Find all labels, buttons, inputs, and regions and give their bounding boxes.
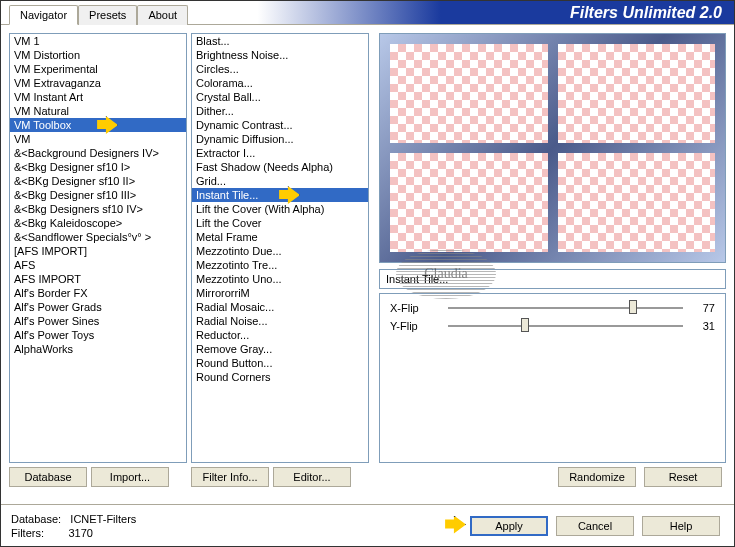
filter-item[interactable]: Dynamic Diffusion... bbox=[192, 132, 368, 146]
filter-item[interactable]: Colorama... bbox=[192, 76, 368, 90]
category-item[interactable]: &<Background Designers IV> bbox=[10, 146, 186, 160]
filter-listbox[interactable]: Blast...Brightness Noise...Circles...Col… bbox=[191, 33, 369, 463]
slider-label: X-Flip bbox=[390, 302, 440, 314]
category-item[interactable]: VM Toolbox bbox=[10, 118, 186, 132]
slider-track[interactable] bbox=[448, 307, 683, 309]
category-item[interactable]: &<Bkg Designers sf10 IV> bbox=[10, 202, 186, 216]
sliders-panel: X-Flip77Y-Flip31 bbox=[379, 293, 726, 463]
category-item[interactable]: AFS IMPORT bbox=[10, 272, 186, 286]
filter-item[interactable]: Remove Gray... bbox=[192, 342, 368, 356]
category-item[interactable]: Alf's Border FX bbox=[10, 286, 186, 300]
tab-about[interactable]: About bbox=[137, 5, 188, 25]
slider-thumb[interactable] bbox=[521, 318, 529, 332]
database-button[interactable]: Database bbox=[9, 467, 87, 487]
filter-item[interactable]: Blast... bbox=[192, 34, 368, 48]
header: Navigator Presets About Filters Unlimite… bbox=[1, 1, 734, 25]
app-title: Filters Unlimited 2.0 bbox=[570, 4, 734, 24]
import-button[interactable]: Import... bbox=[91, 467, 169, 487]
preview-tile bbox=[558, 44, 716, 143]
filter-item[interactable]: Extractor I... bbox=[192, 146, 368, 160]
category-item[interactable]: &<Sandflower Specials°v° > bbox=[10, 230, 186, 244]
main-panel: VM 1VM DistortionVM ExperimentalVM Extra… bbox=[1, 25, 734, 495]
filter-item[interactable]: Metal Frame bbox=[192, 230, 368, 244]
filter-item[interactable]: Brightness Noise... bbox=[192, 48, 368, 62]
filter-item[interactable]: Lift the Cover bbox=[192, 216, 368, 230]
footer: Database: ICNET-Filters Filters: 3170 Ap… bbox=[1, 504, 734, 546]
category-item[interactable]: [AFS IMPORT] bbox=[10, 244, 186, 258]
slider-value: 31 bbox=[691, 320, 715, 332]
filter-item[interactable]: MirrororriM bbox=[192, 286, 368, 300]
tabs: Navigator Presets About bbox=[9, 4, 188, 24]
randomize-button[interactable]: Randomize bbox=[558, 467, 636, 487]
filter-item[interactable]: Round Button... bbox=[192, 356, 368, 370]
preview-tile bbox=[558, 153, 716, 252]
category-item[interactable]: VM bbox=[10, 132, 186, 146]
filter-column: Blast...Brightness Noise...Circles...Col… bbox=[191, 33, 369, 487]
category-item[interactable]: VM Natural bbox=[10, 104, 186, 118]
category-listbox[interactable]: VM 1VM DistortionVM ExperimentalVM Extra… bbox=[9, 33, 187, 463]
filters-count-label: Filters: bbox=[11, 527, 44, 539]
filter-info-button[interactable]: Filter Info... bbox=[191, 467, 269, 487]
reset-button[interactable]: Reset bbox=[644, 467, 722, 487]
category-item[interactable]: VM Distortion bbox=[10, 48, 186, 62]
category-item[interactable]: &<BKg Designer sf10 II> bbox=[10, 174, 186, 188]
filter-item[interactable]: Round Corners bbox=[192, 370, 368, 384]
slider-value: 77 bbox=[691, 302, 715, 314]
category-item[interactable]: &<Bkg Kaleidoscope> bbox=[10, 216, 186, 230]
preview-tile bbox=[390, 44, 548, 143]
filter-item[interactable]: Radial Mosaic... bbox=[192, 300, 368, 314]
preview-tile bbox=[390, 153, 548, 252]
category-item[interactable]: &<Bkg Designer sf10 I> bbox=[10, 160, 186, 174]
watermark: Claudia bbox=[396, 249, 496, 299]
filter-item[interactable]: Radial Noise... bbox=[192, 314, 368, 328]
filter-item[interactable]: Mezzotinto Due... bbox=[192, 244, 368, 258]
filter-item[interactable]: Dynamic Contrast... bbox=[192, 118, 368, 132]
category-column: VM 1VM DistortionVM ExperimentalVM Extra… bbox=[9, 33, 187, 487]
category-item[interactable]: VM 1 bbox=[10, 34, 186, 48]
cancel-button[interactable]: Cancel bbox=[556, 516, 634, 536]
category-item[interactable]: VM Instant Art bbox=[10, 90, 186, 104]
category-item[interactable]: Alf's Power Grads bbox=[10, 300, 186, 314]
tab-presets[interactable]: Presets bbox=[78, 5, 137, 25]
filter-item[interactable]: Fast Shadow (Needs Alpha) bbox=[192, 160, 368, 174]
filter-item[interactable]: Circles... bbox=[192, 62, 368, 76]
filters-count-value: 3170 bbox=[68, 527, 92, 539]
filter-item[interactable]: Mezzotinto Tre... bbox=[192, 258, 368, 272]
category-item[interactable]: Alf's Power Toys bbox=[10, 328, 186, 342]
help-button[interactable]: Help bbox=[642, 516, 720, 536]
filter-item[interactable]: Instant Tile... bbox=[192, 188, 368, 202]
category-item[interactable]: Alf's Power Sines bbox=[10, 314, 186, 328]
category-item[interactable]: AFS bbox=[10, 258, 186, 272]
pointer-icon bbox=[444, 516, 466, 536]
filter-item[interactable]: Dither... bbox=[192, 104, 368, 118]
preview-image bbox=[379, 33, 726, 263]
slider-thumb[interactable] bbox=[629, 300, 637, 314]
db-label: Database: bbox=[11, 513, 61, 525]
editor-button[interactable]: Editor... bbox=[273, 467, 351, 487]
apply-button[interactable]: Apply bbox=[470, 516, 548, 536]
filter-item[interactable]: Reductor... bbox=[192, 328, 368, 342]
slider-row: X-Flip77 bbox=[390, 302, 715, 314]
footer-info: Database: ICNET-Filters Filters: 3170 bbox=[11, 512, 444, 540]
category-item[interactable]: AlphaWorks bbox=[10, 342, 186, 356]
filter-item[interactable]: Lift the Cover (With Alpha) bbox=[192, 202, 368, 216]
category-item[interactable]: VM Experimental bbox=[10, 62, 186, 76]
db-value: ICNET-Filters bbox=[70, 513, 136, 525]
category-item[interactable]: &<Bkg Designer sf10 III> bbox=[10, 188, 186, 202]
filter-item[interactable]: Mezzotinto Uno... bbox=[192, 272, 368, 286]
filter-item[interactable]: Grid... bbox=[192, 174, 368, 188]
category-item[interactable]: VM Extravaganza bbox=[10, 76, 186, 90]
tab-navigator[interactable]: Navigator bbox=[9, 5, 78, 25]
slider-row: Y-Flip31 bbox=[390, 320, 715, 332]
slider-track[interactable] bbox=[448, 325, 683, 327]
filter-item[interactable]: Crystal Ball... bbox=[192, 90, 368, 104]
slider-label: Y-Flip bbox=[390, 320, 440, 332]
